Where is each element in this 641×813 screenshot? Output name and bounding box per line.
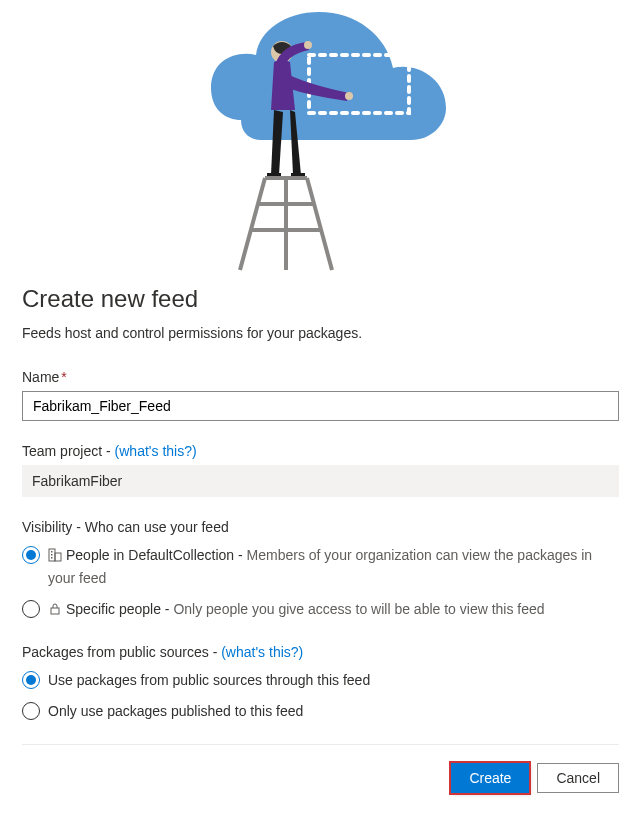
radio-packages-public[interactable]	[22, 671, 40, 689]
packages-option-only: Only use packages published to this feed	[22, 701, 619, 722]
visibility-option-collection: People in DefaultCollection - Members of…	[22, 545, 619, 589]
svg-line-6	[240, 178, 265, 270]
svg-point-3	[345, 92, 353, 100]
organization-icon	[48, 547, 62, 568]
dialog-subtitle: Feeds host and control permissions for y…	[22, 325, 619, 341]
packages-option-public-label: Use packages from public sources through…	[48, 672, 370, 688]
visibility-option-specific-label: Specific people -	[66, 601, 173, 617]
team-project-label: Team project - (what's this?)	[22, 443, 619, 459]
visibility-option-collection-label: People in DefaultCollection -	[66, 547, 247, 563]
team-project-help-link[interactable]: (what's this?)	[115, 443, 197, 459]
radio-visibility-specific[interactable]	[22, 600, 40, 618]
lock-icon	[48, 601, 62, 622]
name-label: Name*	[22, 369, 619, 385]
radio-visibility-collection[interactable]	[22, 546, 40, 564]
svg-rect-17	[51, 608, 59, 614]
visibility-option-specific-desc: Only people you give access to will be a…	[173, 601, 544, 617]
svg-rect-14	[51, 551, 53, 553]
dialog-title: Create new feed	[22, 285, 619, 313]
svg-rect-16	[51, 557, 53, 559]
svg-rect-15	[51, 554, 53, 556]
required-asterisk: *	[61, 369, 66, 385]
packages-option-only-label: Only use packages published to this feed	[48, 703, 303, 719]
packages-option-public: Use packages from public sources through…	[22, 670, 619, 691]
illustration-cloud-person	[0, 0, 641, 275]
packages-section-label: Packages from public sources - (what's t…	[22, 644, 619, 660]
team-project-value: FabrikamFiber	[22, 465, 619, 497]
cancel-button[interactable]: Cancel	[537, 763, 619, 793]
button-row: Create Cancel	[22, 744, 619, 793]
radio-packages-only[interactable]	[22, 702, 40, 720]
visibility-section-label: Visibility - Who can use your feed	[22, 519, 619, 535]
svg-rect-13	[55, 553, 61, 561]
create-button[interactable]: Create	[451, 763, 529, 793]
svg-line-7	[307, 178, 332, 270]
packages-help-link[interactable]: (what's this?)	[221, 644, 303, 660]
name-input[interactable]	[22, 391, 619, 421]
visibility-option-specific: Specific people - Only people you give a…	[22, 599, 619, 622]
svg-point-2	[304, 41, 312, 49]
